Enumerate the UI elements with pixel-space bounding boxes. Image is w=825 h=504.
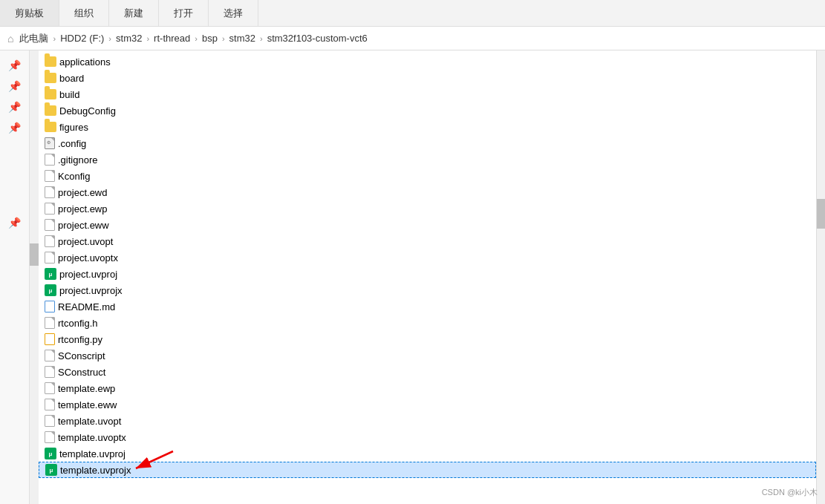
file-name: rtconfig.py xyxy=(58,334,102,345)
list-item[interactable]: rtconfig.h xyxy=(39,315,816,331)
toolbar-select[interactable]: 选择 xyxy=(209,0,258,26)
address-hdd2[interactable]: HDD2 (F:) xyxy=(60,33,104,44)
list-item[interactable]: project.ewp xyxy=(39,200,816,217)
toolbar-new[interactable]: 新建 xyxy=(109,0,159,26)
file-name: template.uvproj xyxy=(59,448,125,459)
toolbar-organize[interactable]: 组织 xyxy=(59,0,109,26)
toolbar: 剪贴板 组织 新建 打开 选择 xyxy=(0,0,825,27)
file-name: template.eww xyxy=(58,399,117,410)
uvproj-icon: μ xyxy=(45,268,56,280)
file-icon xyxy=(45,366,55,378)
list-item[interactable]: figures xyxy=(39,119,816,135)
list-item[interactable]: ⚙ .config xyxy=(39,135,816,151)
watermark: CSDN @ki小木 xyxy=(762,487,818,498)
list-item[interactable]: template.ewp xyxy=(39,380,816,396)
file-name: project.uvproj xyxy=(59,269,117,280)
address-arrow-4: › xyxy=(222,34,225,43)
list-item[interactable]: μ project.uvproj xyxy=(39,266,816,282)
uvproj-icon: μ xyxy=(45,464,57,476)
folder-icon xyxy=(45,122,56,132)
scroll-thumb[interactable] xyxy=(817,199,825,229)
pin-icon-3[interactable]: 📌 xyxy=(6,98,24,116)
file-icon xyxy=(45,252,55,264)
list-item[interactable]: Kconfig xyxy=(39,168,816,184)
list-item[interactable]: project.eww xyxy=(39,217,816,233)
file-name: SConscript xyxy=(58,350,105,361)
file-icon xyxy=(45,415,55,427)
file-name: .gitignore xyxy=(58,154,97,166)
uvproj-icon: μ xyxy=(45,448,56,459)
file-icon xyxy=(45,350,55,361)
file-icon xyxy=(45,235,55,247)
pin-icon-5[interactable]: 📌 xyxy=(6,214,24,232)
list-item[interactable]: applications xyxy=(39,53,816,70)
list-item[interactable]: μ project.uvprojx xyxy=(39,282,816,298)
pin-icon-1[interactable]: 📌 xyxy=(6,56,24,74)
file-icon xyxy=(45,399,55,410)
address-arrow-0: › xyxy=(53,34,56,43)
list-item[interactable]: SConstruct xyxy=(39,364,816,380)
file-icon xyxy=(45,170,55,182)
address-bsp[interactable]: bsp xyxy=(202,33,218,44)
red-arrow xyxy=(121,448,180,477)
home-icon: ⌂ xyxy=(7,33,13,45)
file-icon xyxy=(45,431,55,443)
file-name: project.uvopt xyxy=(58,236,113,247)
list-item[interactable]: template.uvoptx xyxy=(39,429,816,445)
address-final[interactable]: stm32f103-custom-vct6 xyxy=(267,33,368,44)
file-name: rtconfig.h xyxy=(58,318,97,329)
left-scroll-thumb[interactable] xyxy=(30,243,39,266)
address-arrow-5: › xyxy=(260,34,263,43)
file-name: project.ewp xyxy=(58,203,107,215)
left-panel: 📌 📌 📌 📌 📌 xyxy=(0,50,30,504)
address-rtthread[interactable]: rt-thread xyxy=(154,33,190,44)
file-name: board xyxy=(59,73,84,84)
list-item-template-eww[interactable]: template.eww xyxy=(39,396,816,413)
file-name: template.uvoptx xyxy=(58,432,126,443)
file-name: template.uvopt xyxy=(58,416,121,427)
file-name: template.ewp xyxy=(58,383,115,394)
file-name: project.eww xyxy=(58,220,109,231)
file-icon xyxy=(45,203,55,215)
file-name: figures xyxy=(59,122,88,133)
pin-icon-4[interactable]: 📌 xyxy=(6,119,24,137)
svg-line-1 xyxy=(136,451,173,468)
list-item[interactable]: SConscript xyxy=(39,347,816,364)
toolbar-clipboard[interactable]: 剪贴板 xyxy=(0,0,59,26)
list-item[interactable]: template.uvopt xyxy=(39,413,816,429)
file-name: SConstruct xyxy=(58,367,105,378)
folder-icon xyxy=(45,89,56,99)
list-item[interactable]: project.uvoptx xyxy=(39,249,816,266)
list-item[interactable]: project.ewd xyxy=(39,184,816,200)
left-scrollbar[interactable] xyxy=(30,50,39,504)
file-icon xyxy=(45,382,55,394)
toolbar-open[interactable]: 打开 xyxy=(159,0,209,26)
file-icon xyxy=(45,219,55,231)
list-item-selected[interactable]: μ template.uvprojx xyxy=(39,462,816,478)
file-name: build xyxy=(59,89,79,100)
file-name: project.ewd xyxy=(58,187,107,198)
uvproj-icon: μ xyxy=(45,284,56,296)
list-item[interactable]: .gitignore xyxy=(39,151,816,168)
right-scrollbar[interactable] xyxy=(816,50,825,504)
config-icon: ⚙ xyxy=(45,137,55,149)
list-item[interactable]: DebugConfig xyxy=(39,102,816,119)
list-item[interactable]: rtconfig.py xyxy=(39,331,816,347)
list-item[interactable]: README.md xyxy=(39,298,816,315)
folder-icon xyxy=(45,56,56,67)
list-item[interactable]: board xyxy=(39,70,816,86)
file-icon xyxy=(45,317,55,329)
file-name: .config xyxy=(58,138,86,149)
file-name: DebugConfig xyxy=(59,105,116,117)
list-item[interactable]: project.uvopt xyxy=(39,233,816,249)
py-icon xyxy=(45,333,55,345)
list-item[interactable]: build xyxy=(39,86,816,102)
address-stm32-2[interactable]: stm32 xyxy=(229,33,255,44)
folder-icon xyxy=(45,73,56,83)
main-area: 📌 📌 📌 📌 📌 applications board build Debug… xyxy=(0,50,825,504)
pin-icon-2[interactable]: 📌 xyxy=(6,77,24,95)
address-pc[interactable]: 此电脑 xyxy=(19,32,48,45)
file-name: project.uvprojx xyxy=(59,285,123,296)
file-list[interactable]: applications board build DebugConfig fig… xyxy=(39,50,816,504)
address-stm32-1[interactable]: stm32 xyxy=(116,33,142,44)
